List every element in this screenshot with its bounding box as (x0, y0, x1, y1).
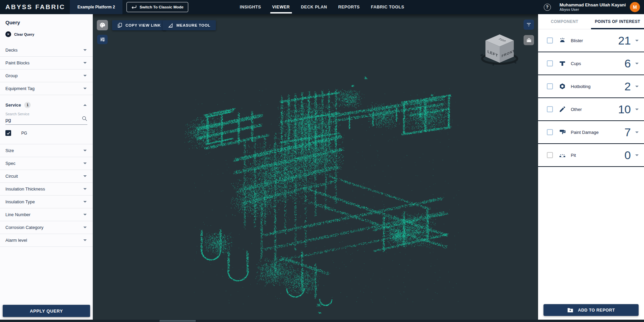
checkbox-unchecked[interactable] (547, 106, 553, 112)
hotbolting-icon (559, 83, 566, 90)
filter-label: Paint Blocks (5, 60, 30, 65)
platform-selector[interactable]: Example Platform 2 (70, 0, 122, 14)
clear-query-icon: ✕ (5, 31, 11, 37)
view-filter-button[interactable] (524, 20, 534, 30)
chevron-down-icon (83, 88, 87, 89)
horizontal-scrollbar (0, 320, 644, 322)
query-panel: Query ✕ Clear Query Decks Paint Blocks G… (0, 14, 93, 320)
nav-reports[interactable]: REPORTS (338, 0, 360, 14)
switch-classic-mode-button[interactable]: Switch To Classic Mode (127, 2, 188, 12)
folder-plus-icon (567, 308, 573, 313)
filter-insulation-type[interactable]: Insulation Type (0, 196, 93, 208)
nav-fabric-tools[interactable]: FABRIC TOOLS (371, 0, 404, 14)
chevron-down-icon[interactable] (635, 63, 639, 64)
user-info: Muhammad Ehsan Ullah Kayani Abyss User (560, 2, 626, 12)
chevron-down-icon (83, 75, 87, 77)
filter-service[interactable]: Service 1 (0, 98, 93, 111)
help-icon[interactable]: ? (544, 4, 551, 11)
poi-count: 21 (618, 35, 631, 46)
chevron-down-icon (83, 163, 87, 164)
filter-alarm-level[interactable]: Alarm level (0, 234, 93, 247)
checkbox-unchecked[interactable] (547, 152, 553, 158)
filter-group[interactable]: Group (0, 69, 93, 82)
filter-spec[interactable]: Spec (0, 157, 93, 170)
clear-query-label: Clear Query (14, 32, 34, 36)
poi-count: 6 (624, 58, 631, 69)
orientation-cube[interactable]: W S E LEFT FRONT TOP (479, 32, 521, 67)
poi-label: Cups (571, 61, 581, 66)
chevron-down-icon (83, 49, 87, 51)
color-palette-button[interactable] (97, 20, 108, 30)
svg-text:E: E (514, 61, 517, 64)
pit-icon (559, 151, 566, 159)
nav-deck-plan[interactable]: DECK PLAN (301, 0, 327, 14)
chevron-down-icon[interactable] (635, 40, 639, 41)
search-service-input[interactable] (5, 116, 87, 125)
add-to-report-button[interactable]: ADD TO REPORT (543, 304, 639, 316)
poi-count: 2 (624, 81, 631, 92)
measure-tool-button[interactable]: MEASURE TOOL (163, 20, 216, 30)
tune-icon (100, 36, 106, 42)
service-count-badge: 1 (24, 102, 31, 108)
filter-label: Circuit (5, 174, 18, 179)
main-nav: INSIGHTS VIEWER DECK PLAN REPORTS FABRIC… (240, 0, 404, 14)
filter-label: Size (5, 148, 14, 153)
poi-label: Paint Damage (571, 130, 598, 135)
service-option-pg[interactable]: PG (0, 125, 93, 144)
measure-icon (168, 23, 173, 28)
poi-row-blister: Blister 21 (538, 29, 644, 52)
filter-corrosion-category[interactable]: Corrosion Category (0, 221, 93, 234)
chevron-down-icon[interactable] (635, 154, 639, 156)
checkbox-unchecked[interactable] (547, 60, 553, 66)
filter-label: Spec (5, 161, 16, 166)
clear-query-button[interactable]: ✕ Clear Query (5, 31, 87, 37)
service-search: Search Service (0, 111, 93, 125)
app-header: ABYSS FABRIC Example Platform 2 Switch T… (0, 0, 644, 14)
chevron-up-icon (83, 104, 87, 106)
checkbox-unchecked[interactable] (547, 129, 553, 135)
chevron-down-icon[interactable] (635, 86, 639, 87)
tab-points-of-interest[interactable]: POINTS OF INTEREST (591, 14, 644, 29)
switch-classic-mode-label: Switch To Classic Mode (140, 5, 184, 9)
display-settings-button[interactable] (97, 35, 108, 44)
chevron-down-icon (83, 214, 87, 215)
nav-viewer[interactable]: VIEWER (272, 0, 290, 14)
filter-paint-blocks[interactable]: Paint Blocks (0, 57, 93, 69)
apply-query-button[interactable]: APPLY QUERY (3, 305, 90, 317)
poi-count: 0 (624, 149, 631, 161)
poi-label: Other (571, 107, 582, 112)
checkbox-checked[interactable] (5, 130, 11, 136)
poi-count: 10 (618, 104, 631, 115)
chevron-down-icon[interactable] (635, 131, 639, 133)
filter-equipment-tag[interactable]: Equipment Tag (0, 82, 93, 95)
filter-label: Group (5, 73, 18, 78)
paint-damage-icon (559, 128, 566, 136)
filter-line-number[interactable]: Line Number (0, 208, 93, 221)
poi-row-paint-damage: Paint Damage 7 (538, 121, 644, 144)
nav-insights[interactable]: INSIGHTS (240, 0, 261, 14)
chevron-down-icon[interactable] (635, 109, 639, 110)
avatar[interactable]: M (630, 2, 640, 12)
filter-size[interactable]: Size (0, 144, 93, 157)
chevron-down-icon (83, 201, 87, 203)
poi-label: Hotbolting (571, 84, 591, 89)
filter-label: Equipment Tag (5, 86, 35, 91)
checkbox-unchecked[interactable] (547, 37, 553, 43)
poi-label: Blister (571, 38, 583, 43)
cube-faces: LEFT FRONT TOP (485, 34, 515, 63)
filter-insulation-thickness[interactable]: Insulation Thickness (0, 183, 93, 196)
scrollbar-thumb[interactable] (160, 320, 196, 322)
viewer-canvas[interactable] (93, 14, 538, 320)
search-service-label: Search Service (5, 112, 87, 116)
poi-panel: COMPONENT POINTS OF INTEREST Blister 21 … (538, 14, 644, 320)
filter-circuit[interactable]: Circuit (0, 170, 93, 183)
tab-component[interactable]: COMPONENT (538, 14, 591, 29)
filter-icon (526, 22, 532, 27)
measure-tool-label: MEASURE TOOL (176, 23, 211, 27)
toolbox-button[interactable] (524, 35, 534, 45)
query-panel-title: Query (5, 20, 87, 25)
filter-decks[interactable]: Decks (0, 44, 93, 57)
poi-row-hotbolting: Hotbolting 2 (538, 75, 644, 98)
copy-view-link-button[interactable]: COPY VIEW LINK (112, 20, 166, 30)
checkbox-unchecked[interactable] (547, 83, 553, 89)
